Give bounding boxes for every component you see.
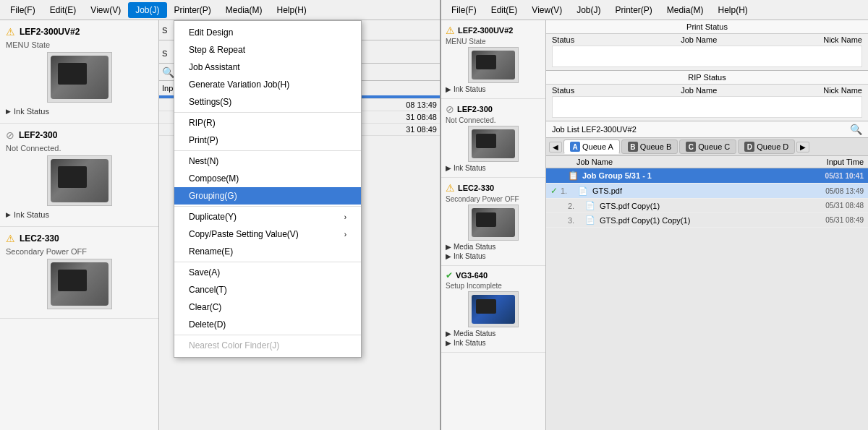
menu-item-save[interactable]: Save(A) [174, 264, 361, 281]
menu-item-rename[interactable]: Rename(E) [174, 243, 361, 260]
right-media-status-3[interactable]: ▶ Media Status [446, 242, 541, 251]
menu-item-duplicate[interactable]: Duplicate(Y) › [174, 208, 361, 225]
menu-item-print[interactable]: Print(P) [174, 132, 361, 149]
right-menu-help[interactable]: Help(H) [711, 2, 755, 18]
right-menu-view[interactable]: View(V) [524, 2, 569, 18]
menu-item-generate-variation[interactable]: Generate Variation Job(H) [174, 76, 361, 93]
separator-2 [174, 150, 361, 151]
menu-file[interactable]: File(F) [3, 2, 43, 18]
right-device-lef2-300uv2: ⚠ LEF2-300UV#2 MENU State ▶ Ink Status [441, 20, 545, 99]
right-ink-arrow-4: ▶ [446, 339, 451, 347]
queue-tab-d[interactable]: D Queue D [738, 139, 795, 154]
menu-help[interactable]: Help(H) [270, 2, 314, 18]
right-ink-label-4: Ink Status [454, 339, 485, 347]
menu-item-clear[interactable]: Clear(C) [174, 298, 361, 316]
right-media-arrow-4: ▶ [446, 330, 451, 337]
queue-prev-button[interactable]: ◀ [549, 142, 562, 152]
device-image-2 [47, 155, 112, 206]
menu-item-compose[interactable]: Compose(M) [174, 170, 361, 187]
right-device-lec2-330: ⚠ LEC2-330 Secondary Power OFF ▶ Media S… [441, 178, 545, 266]
menu-item-job-assistant[interactable]: Job Assistant [174, 59, 361, 76]
menu-item-nest[interactable]: Nest(N) [174, 152, 361, 170]
right-menu-printer[interactable]: Printer(P) [608, 2, 660, 18]
menu-view[interactable]: View(V) [83, 2, 128, 18]
right-ink-status-3[interactable]: ▶ Ink Status [446, 251, 541, 261]
row-num-3: 3. [568, 216, 582, 225]
col-header-check [550, 158, 565, 166]
ink-label-1: Ink Status [14, 107, 49, 116]
queue-tab-c[interactable]: C Queue C [679, 139, 736, 154]
search-icon-left[interactable]: 🔍 [162, 66, 174, 78]
right-blocked-icon-2: ⊘ [446, 103, 454, 115]
job-list-header: Job List LEF2-300UV#2 🔍 [546, 121, 868, 138]
menu-item-settings[interactable]: Settings(S) [174, 93, 361, 111]
menu-item-delete[interactable]: Delete(D) [174, 316, 361, 333]
ink-label-2: Ink Status [14, 210, 49, 219]
right-panel: File(F) Edit(E) View(V) Job(J) Printer(P… [441, 0, 868, 430]
left-menubar: File(F) Edit(E) View(V) Job(J) Printer(P… [0, 0, 440, 20]
device-name-1: LEF2-300UV#2 [20, 27, 80, 37]
right-menu-job[interactable]: Job(J) [569, 2, 608, 18]
job-dropdown-menu: Edit Design Step & Repeat Job Assistant … [174, 20, 362, 358]
ink-status-2[interactable]: ▶ Ink Status [6, 209, 153, 220]
row-time-0: 05/31 10:41 [825, 172, 864, 180]
menu-edit[interactable]: Edit(E) [43, 2, 84, 18]
table-row[interactable]: 3. 📄 GTS.pdf Copy(1) Copy(1) 05/31 08:49 [546, 213, 868, 228]
right-device-header-4: ✔ VG3-640 [446, 270, 541, 280]
right-device-img-inner-4 [472, 295, 515, 324]
rip-col-jobname: Job Name [681, 86, 717, 95]
row-num-2: 2. [568, 202, 582, 210]
right-ink-arrow-1: ▶ [446, 85, 451, 93]
dropdown-menu-container: Edit Design Step & Repeat Job Assistant … [174, 20, 362, 358]
row-name-3: GTS.pdf Copy(1) Copy(1) [600, 216, 822, 225]
device-image-3 [47, 259, 112, 309]
queue-label-b: Queue B [640, 142, 671, 151]
right-green-check-4: ✔ [446, 270, 453, 280]
device-img-inner-3 [51, 262, 109, 306]
right-device-list: ⚠ LEF2-300UV#2 MENU State ▶ Ink Status ⊘… [441, 20, 546, 430]
table-row[interactable]: 2. 📄 GTS.pdf Copy(1) 05/31 08:48 [546, 199, 868, 213]
menu-printer[interactable]: Printer(P) [167, 2, 218, 18]
right-ink-label-3: Ink Status [454, 252, 485, 260]
menu-media[interactable]: Media(M) [218, 2, 270, 18]
left-panel: File(F) Edit(E) View(V) Job(J) Printer(P… [0, 0, 441, 430]
right-ink-status-1[interactable]: ▶ Ink Status [446, 85, 541, 94]
right-device-img-1 [468, 47, 519, 83]
ink-arrow-1: ▶ [6, 108, 11, 115]
right-menu-edit[interactable]: Edit(E) [484, 2, 525, 18]
rip-status-columns: Status Job Name Nick Name [546, 85, 868, 96]
table-row[interactable]: 📋 Job Group 5/31 - 1 05/31 10:41 [546, 168, 868, 184]
queue-label-c: Queue C [698, 142, 730, 151]
menu-item-cancel[interactable]: Cancel(T) [174, 281, 361, 298]
ink-status-1[interactable]: ▶ Ink Status [6, 106, 153, 117]
col-s1: S [162, 26, 167, 35]
right-device-status-4: Setup Incomplete [446, 282, 541, 290]
col-header-icon [565, 158, 576, 166]
print-col-status: Status [552, 35, 574, 44]
left-device-list: ⚠ LEF2-300UV#2 MENU State ▶ Ink Status ⊘… [0, 20, 159, 430]
menu-job[interactable]: Job(J) [128, 2, 166, 18]
table-row[interactable]: ✓ 1. 📄 GTS.pdf 05/08 13:49 [546, 184, 868, 199]
right-device-header-2: ⊘ LEF2-300 [446, 103, 541, 115]
right-ink-label-2: Ink Status [454, 164, 485, 172]
menu-item-rip[interactable]: RIP(R) [174, 114, 361, 132]
queue-tab-b[interactable]: B Queue B [621, 139, 678, 154]
rip-col-status: Status [552, 86, 574, 95]
row-time-3: 05/31 08:49 [825, 216, 864, 224]
right-menu-media[interactable]: Media(M) [660, 2, 711, 18]
menu-item-grouping[interactable]: Grouping(G) [174, 187, 361, 205]
queue-next-button[interactable]: ▶ [796, 142, 809, 152]
menu-item-edit-design[interactable]: Edit Design [174, 24, 361, 41]
right-ink-arrow-2: ▶ [446, 164, 451, 172]
job-search-button[interactable]: 🔍 [850, 124, 862, 135]
right-media-status-4[interactable]: ▶ Media Status [446, 329, 541, 338]
menu-item-copy-paste[interactable]: Copy/Paste Setting Value(V) › [174, 225, 361, 243]
right-menu-file[interactable]: File(F) [444, 2, 484, 18]
queue-tab-a[interactable]: A Queue A [563, 139, 620, 154]
menu-item-step-repeat[interactable]: Step & Repeat [174, 41, 361, 59]
row-num-1: 1. [561, 186, 575, 195]
right-job-panel: Print Status Status Job Name Nick Name R… [546, 20, 868, 430]
right-device-img-4 [468, 291, 519, 327]
right-ink-status-2[interactable]: ▶ Ink Status [446, 163, 541, 173]
right-ink-status-4[interactable]: ▶ Ink Status [446, 338, 541, 348]
